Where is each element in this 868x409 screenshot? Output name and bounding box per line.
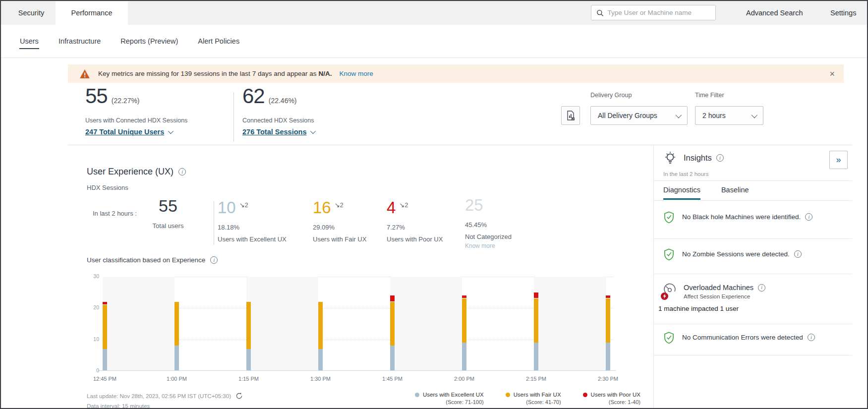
chart-column (246, 277, 318, 371)
panel-divider (654, 238, 852, 239)
overloaded-machines-text: Overloaded Machines (684, 284, 753, 292)
users-sessions-stat: 55 (22.27%) (85, 85, 140, 107)
delivery-group-dropdown[interactable]: All Delivery Groups (590, 106, 688, 125)
bar-segment (462, 298, 466, 343)
chart-column (103, 277, 174, 371)
info-icon[interactable] (178, 168, 186, 175)
subnav-alert-policies[interactable]: Alert Policies (197, 34, 240, 49)
legend-dot-poor (583, 393, 587, 397)
y-axis-labels: 0102030 (79, 277, 99, 371)
export-report-button[interactable] (561, 106, 580, 125)
tab-diagnostics[interactable]: Diagnostics (663, 186, 700, 200)
insights-collapse-button[interactable]: » (829, 151, 848, 169)
stacked-bar-1:30 PM[interactable] (318, 302, 323, 371)
panel-divider (654, 180, 852, 181)
chevron-down-icon (676, 112, 682, 118)
time-filter-label: Time Filter (695, 92, 724, 99)
stacked-bar-1:45 PM[interactable] (390, 295, 395, 371)
overloaded-machines-detail[interactable]: 1 machine impacted 1 user (658, 305, 739, 312)
bar-segment (318, 302, 323, 349)
stacked-bar-2:15 PM[interactable] (534, 292, 538, 371)
excellent-value: 10 (218, 198, 236, 218)
bar-segment (462, 343, 466, 371)
last-update-row: Last update: Nov 28th, 2023, 02:56 PM IS… (87, 392, 243, 400)
users-connected-pct: (22.27%) (112, 97, 140, 105)
bar-segment (103, 349, 107, 371)
x-axis-tick-label: 1:15 PM (238, 376, 259, 382)
subnav-infrastructure[interactable]: Infrastructure (58, 34, 101, 49)
ux-title-text: User Experience (UX) (87, 167, 174, 177)
chart-title-text: User classification based on Experience (87, 256, 205, 264)
panel-divider (654, 200, 852, 201)
top-header: Security Performance Advanced Search Set… (1, 1, 867, 25)
app-window: Security Performance Advanced Search Set… (0, 0, 868, 409)
banner-know-more-link[interactable]: Know more (339, 70, 373, 77)
chart-title: User classification based on Experience (87, 256, 218, 264)
bar-segment (534, 298, 538, 343)
search-input[interactable] (607, 9, 710, 16)
overloaded-machines-subtitle: Affect Session Experience (684, 293, 750, 299)
delivery-group-value: All Delivery Groups (598, 112, 657, 119)
banner-close-icon[interactable]: × (829, 69, 835, 78)
stacked-bar-chart (103, 277, 613, 371)
y-axis-tick-label: 0 (96, 367, 99, 373)
poor-value: 4 (387, 198, 396, 218)
stacked-bar-12:45 PM[interactable] (103, 302, 107, 371)
tab-security[interactable]: Security (7, 1, 56, 25)
info-icon[interactable] (794, 250, 802, 258)
time-filter-dropdown[interactable]: 2 hours (695, 106, 763, 125)
legend-fair-score: (Score: 41-70) (506, 399, 561, 405)
settings-link[interactable]: Settings (830, 1, 856, 25)
x-axis-tick-label: 2:00 PM (454, 376, 474, 382)
info-icon[interactable] (716, 154, 724, 162)
insights-lightbulb-icon (662, 150, 678, 167)
advanced-search-link[interactable]: Advanced Search (746, 1, 803, 25)
x-axis-line (98, 370, 616, 371)
not-categorized-pct: 45.45% (465, 221, 557, 229)
ux-divider (214, 201, 214, 245)
total-users-label: Total users (139, 222, 197, 230)
diagnostic-communication-errors-text: No Communication Errors were detected (682, 334, 803, 341)
stacked-bar-1:15 PM[interactable] (246, 302, 251, 371)
stacked-bar-1:00 PM[interactable] (174, 302, 179, 371)
subnav-users[interactable]: Users (19, 34, 39, 49)
info-icon[interactable] (808, 334, 815, 341)
legend-fair-name: Users with Fair UX (514, 392, 561, 398)
subnav-reports[interactable]: Reports (Preview) (120, 34, 178, 49)
alert-badge-icon (661, 292, 668, 300)
legend-poor[interactable]: Users with Poor UX (Score: 1-40) (583, 392, 640, 405)
shield-check-icon (663, 248, 675, 261)
diagnostic-blackhole-text: No Black hole Machines were identified. (682, 213, 801, 221)
info-icon[interactable] (805, 213, 812, 221)
users-connected-label: Users with Connected HDX Sessions (85, 117, 187, 124)
stacked-bar-2:30 PM[interactable] (606, 295, 610, 371)
tab-baseline[interactable]: Baseline (721, 186, 749, 200)
panel-divider (654, 355, 852, 355)
chevron-down-icon (168, 128, 174, 134)
legend-excellent[interactable]: Users with Excellent UX (Score: 71-100) (415, 392, 484, 405)
sub-navigation: Users Infrastructure Reports (Preview) A… (1, 25, 867, 58)
fair-value: 16 (313, 198, 331, 218)
shield-check-icon (663, 332, 675, 344)
legend-fair[interactable]: Users with Fair UX (Score: 41-70) (506, 392, 561, 405)
warning-banner: Key metrics are missing for 139 sessions… (68, 64, 844, 83)
global-search[interactable] (591, 5, 716, 20)
tab-security-label: Security (18, 9, 44, 17)
total-sessions-link[interactable]: 276 Total Sessions (242, 128, 314, 136)
legend-poor-name: Users with Poor UX (591, 392, 640, 398)
delivery-group-label: Delivery Group (590, 92, 632, 99)
chevron-down-icon (310, 128, 316, 134)
y-axis-tick-label: 10 (93, 336, 99, 342)
poor-delta: ↘2 (399, 195, 408, 218)
refresh-icon[interactable] (235, 392, 243, 400)
ux-subtitle: HDX Sessions (87, 184, 128, 191)
total-unique-users-link[interactable]: 247 Total Unique Users (85, 128, 172, 136)
last-update-text: Last update: Nov 28th, 2023, 02:56 PM IS… (87, 393, 231, 399)
info-icon[interactable] (758, 284, 765, 292)
info-icon[interactable] (210, 256, 218, 264)
stacked-bar-2:00 PM[interactable] (462, 295, 466, 371)
bar-segment (174, 302, 179, 346)
not-categorized-know-more-link[interactable]: Know more (465, 242, 557, 249)
insights-title-text: Insights (684, 153, 712, 163)
tab-performance[interactable]: Performance (56, 1, 128, 25)
